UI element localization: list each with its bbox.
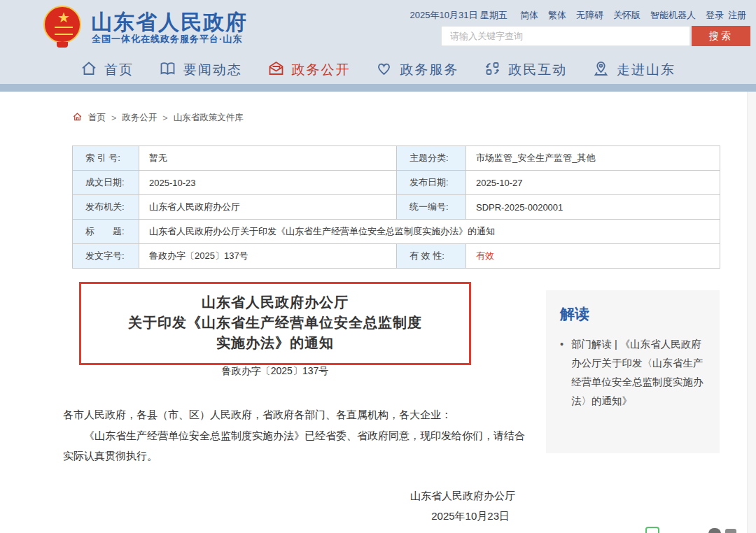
link-accessibility[interactable]: 无障碍 — [576, 9, 603, 22]
breadcrumb-gov-info[interactable]: 政务公开 — [122, 112, 157, 124]
government-portal-page: ★ 山东省人民政府 全国一体化在线政务服务平台·山东 2025年10月31日 星… — [0, 0, 756, 533]
interpretation-link[interactable]: 部门解读 | 《山东省人民政府办公厅关于印发〈山东省生产经营单位安全总监制度实施… — [560, 335, 706, 411]
meta-label-validity: 有 效 性: — [397, 244, 466, 269]
meta-value-issuing-org: 山东省人民政府办公厅 — [139, 195, 397, 220]
link-simplified-chinese[interactable]: 简体 — [520, 9, 538, 22]
meta-label-issuing-org: 发布机关: — [73, 195, 139, 220]
meta-value-doc-number: 鲁政办字〔2025〕137号 — [139, 244, 397, 269]
meta-label-topic: 主题分类: — [397, 146, 466, 171]
breadcrumb-policy-library[interactable]: 山东省政策文件库 — [174, 112, 244, 124]
national-emblem-logo: ★ — [43, 6, 81, 48]
site-header: ★ 山东省人民政府 全国一体化在线政务服务平台·山东 2025年10月31日 星… — [0, 0, 756, 56]
floating-widget-icon[interactable] — [708, 528, 721, 533]
site-subtitle: 全国一体化在线政务服务平台·山东 — [92, 33, 242, 45]
body-paragraph: 《山东省生产经营单位安全总监制度实施办法》已经省委、省政府同意，现印发给你们，请… — [63, 425, 525, 466]
heart-icon — [375, 60, 393, 80]
document-number: 鲁政办字〔2025〕137号 — [79, 365, 471, 378]
document-title-line: 山东省人民政府办公厅 — [88, 292, 462, 313]
floating-widget-icon[interactable] — [725, 529, 736, 533]
envelope-icon — [267, 60, 285, 80]
search-button[interactable]: 搜索 — [692, 26, 750, 46]
breadcrumb-home-icon — [72, 112, 83, 124]
map-pin-icon — [592, 60, 610, 80]
signature-date: 2025年10月23日 — [63, 506, 525, 526]
interpretation-title: 解读 — [560, 304, 706, 324]
meta-label-unified-no: 统一编号: — [397, 195, 466, 220]
body-paragraph: 各市人民政府，各县（市、区）人民政府，省政府各部门、各直属机构，各大企业： — [63, 404, 525, 425]
nav-item-home[interactable]: 首页 — [80, 60, 134, 80]
nav-item-gov-services[interactable]: 政务服务 — [375, 60, 458, 80]
utility-bar: 2025年10月31日 星期五 简体 繁体 无障碍 关怀版 智能机器人 登录 注… — [410, 9, 746, 22]
interpretation-list: 部门解读 | 《山东省人民政府办公厅关于印发〈山东省生产经营单位安全总监制度实施… — [560, 335, 706, 411]
meta-value-index-no: 暂无 — [139, 146, 397, 171]
meta-value-validity: 有效 — [466, 244, 720, 269]
nav-item-news[interactable]: 要闻动态 — [159, 60, 242, 80]
meta-label-written-date: 成文日期: — [73, 171, 139, 195]
document-meta-table: 索 引 号: 暂无 主题分类: 市场监管_安全生产监管_其他 成文日期: 202… — [72, 145, 720, 269]
nav-item-gov-info[interactable]: 政务公开 — [267, 60, 351, 80]
table-row: 成文日期: 2025-10-23 发布日期: 2025-10-27 — [73, 171, 720, 195]
table-row: 标 题: 山东省人民政府办公厅关于印发《山东省生产经营单位安全总监制度实施办法》… — [73, 220, 720, 244]
document-title-line: 关于印发《山东省生产经营单位安全总监制度 — [88, 313, 462, 333]
link-register[interactable]: 注册 — [728, 9, 746, 22]
scrollbar[interactable] — [747, 92, 756, 533]
interpretation-panel: 解读 部门解读 | 《山东省人民政府办公厅关于印发〈山东省生产经营单位安全总监制… — [546, 290, 720, 453]
nav-item-discover[interactable]: 走进山东 — [592, 60, 676, 80]
current-date: 2025年10月31日 星期五 — [410, 9, 507, 22]
home-icon — [80, 60, 97, 80]
main-nav: 首页 要闻动态 政务公开 政务服务 政民互动 走进山东 — [0, 56, 756, 84]
meta-value-unified-no: SDPR-2025-0020001 — [466, 195, 720, 220]
table-row: 索 引 号: 暂无 主题分类: 市场监管_安全生产监管_其他 — [73, 146, 720, 171]
link-traditional-chinese[interactable]: 繁体 — [548, 9, 566, 22]
meta-value-title: 山东省人民政府办公厅关于印发《山东省生产经营单位安全总监制度实施办法》的通知 — [139, 220, 720, 244]
document-body: 各市人民政府，各县（市、区）人民政府，省政府各部门、各直属机构，各大企业： 《山… — [63, 404, 525, 466]
meta-label-publish-date: 发布日期: — [397, 171, 466, 195]
search-bar: 搜索 — [441, 26, 750, 46]
nav-item-interaction[interactable]: 政民互动 — [484, 60, 567, 80]
book-icon — [159, 60, 176, 80]
document-signature: 山东省人民政府办公厅 2025年10月23日 — [63, 485, 525, 526]
meta-value-publish-date: 2025-10-27 — [466, 171, 720, 195]
divider-bar — [0, 84, 756, 92]
table-row: 发布机关: 山东省人民政府办公厅 统一编号: SDPR-2025-0020001 — [73, 195, 720, 220]
document-title-box: 山东省人民政府办公厅 关于印发《山东省生产经营单位安全总监制度 实施办法》的通知 — [79, 282, 471, 365]
breadcrumb-home[interactable]: 首页 — [88, 112, 106, 124]
breadcrumb: 首页 > 政务公开 > 山东省政策文件库 — [72, 112, 244, 124]
meta-label-index-no: 索 引 号: — [73, 146, 139, 171]
table-row: 发文字号: 鲁政办字〔2025〕137号 有 效 性: 有效 — [73, 244, 720, 269]
search-input[interactable] — [441, 26, 690, 46]
meta-label-title: 标 题: — [73, 220, 139, 244]
link-smart-robot[interactable]: 智能机器人 — [650, 9, 696, 22]
floating-widget-icon[interactable] — [645, 527, 659, 533]
meta-value-written-date: 2025-10-23 — [139, 171, 397, 195]
link-care-version[interactable]: 关怀版 — [613, 9, 640, 22]
interaction-icon — [484, 60, 501, 80]
signature-org: 山东省人民政府办公厅 — [63, 485, 525, 506]
meta-label-doc-number: 发文字号: — [73, 244, 139, 269]
document-title-line: 实施办法》的通知 — [88, 333, 462, 353]
link-login[interactable]: 登录 — [706, 9, 724, 22]
meta-value-topic: 市场监管_安全生产监管_其他 — [466, 146, 720, 171]
